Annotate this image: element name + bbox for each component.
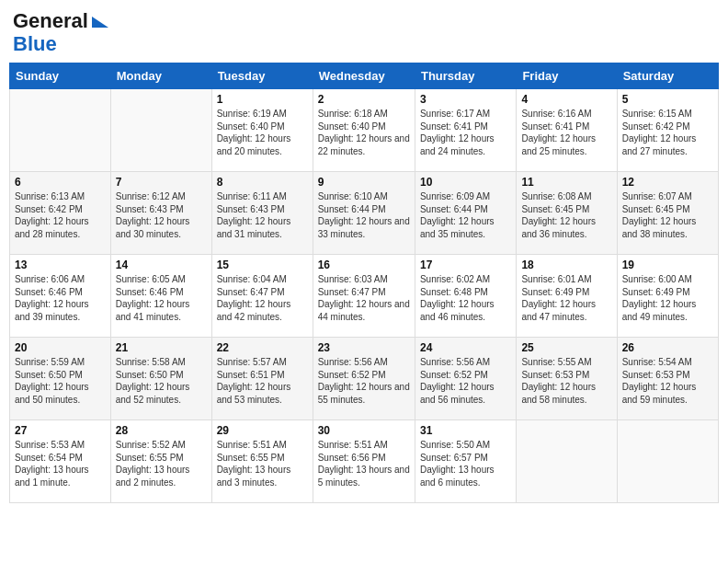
day-number: 3 <box>420 93 511 106</box>
day-number: 5 <box>622 93 713 106</box>
day-number: 30 <box>318 424 410 437</box>
day-number: 24 <box>420 341 511 354</box>
day-info: Sunrise: 5:56 AM Sunset: 6:52 PM Dayligh… <box>318 356 410 406</box>
day-number: 11 <box>521 176 611 189</box>
day-info: Sunrise: 6:04 AM Sunset: 6:47 PM Dayligh… <box>217 273 308 323</box>
day-info: Sunrise: 6:03 AM Sunset: 6:47 PM Dayligh… <box>318 273 410 323</box>
calendar-header-row: SundayMondayTuesdayWednesdayThursdayFrid… <box>10 63 719 89</box>
week-row-5: 27Sunrise: 5:53 AM Sunset: 6:54 PM Dayli… <box>10 420 719 503</box>
calendar-cell: 2Sunrise: 6:18 AM Sunset: 6:40 PM Daylig… <box>313 89 415 172</box>
calendar-cell: 5Sunrise: 6:15 AM Sunset: 6:42 PM Daylig… <box>617 89 718 172</box>
logo-blue: Blue <box>13 33 57 55</box>
calendar-table: SundayMondayTuesdayWednesdayThursdayFrid… <box>9 63 719 503</box>
calendar-cell: 6Sunrise: 6:13 AM Sunset: 6:42 PM Daylig… <box>10 172 111 255</box>
day-info: Sunrise: 5:57 AM Sunset: 6:51 PM Dayligh… <box>217 356 308 406</box>
calendar-cell: 1Sunrise: 6:19 AM Sunset: 6:40 PM Daylig… <box>211 89 313 172</box>
calendar-cell: 9Sunrise: 6:10 AM Sunset: 6:44 PM Daylig… <box>313 172 415 255</box>
day-info: Sunrise: 6:07 AM Sunset: 6:45 PM Dayligh… <box>622 190 713 240</box>
calendar-cell: 27Sunrise: 5:53 AM Sunset: 6:54 PM Dayli… <box>10 420 111 503</box>
day-info: Sunrise: 6:10 AM Sunset: 6:44 PM Dayligh… <box>318 190 410 240</box>
day-number: 2 <box>318 93 410 106</box>
day-info: Sunrise: 6:01 AM Sunset: 6:49 PM Dayligh… <box>521 273 611 323</box>
calendar-cell: 26Sunrise: 5:54 AM Sunset: 6:53 PM Dayli… <box>617 338 718 420</box>
day-info: Sunrise: 5:52 AM Sunset: 6:55 PM Dayligh… <box>116 439 207 488</box>
day-number: 12 <box>622 176 713 189</box>
day-number: 20 <box>15 341 106 354</box>
day-number: 26 <box>622 341 713 354</box>
logo: General Blue <box>13 9 108 55</box>
day-number: 15 <box>217 259 308 271</box>
day-info: Sunrise: 6:19 AM Sunset: 6:40 PM Dayligh… <box>217 108 308 157</box>
day-number: 13 <box>15 259 106 271</box>
day-number: 27 <box>15 424 106 437</box>
calendar-cell: 13Sunrise: 6:06 AM Sunset: 6:46 PM Dayli… <box>10 255 111 338</box>
calendar-cell: 24Sunrise: 5:56 AM Sunset: 6:52 PM Dayli… <box>415 338 516 420</box>
col-header-thursday: Thursday <box>415 63 516 89</box>
day-info: Sunrise: 6:15 AM Sunset: 6:42 PM Dayligh… <box>622 108 713 157</box>
calendar-cell <box>110 89 211 172</box>
day-number: 31 <box>420 424 511 437</box>
day-info: Sunrise: 5:58 AM Sunset: 6:50 PM Dayligh… <box>116 356 207 406</box>
calendar-cell: 20Sunrise: 5:59 AM Sunset: 6:50 PM Dayli… <box>10 338 111 420</box>
logo-arrow-icon <box>92 17 108 28</box>
day-number: 8 <box>217 176 308 189</box>
calendar-cell: 4Sunrise: 6:16 AM Sunset: 6:41 PM Daylig… <box>517 89 617 172</box>
col-header-tuesday: Tuesday <box>211 63 313 89</box>
week-row-1: 1Sunrise: 6:19 AM Sunset: 6:40 PM Daylig… <box>10 89 719 172</box>
calendar-cell: 10Sunrise: 6:09 AM Sunset: 6:44 PM Dayli… <box>415 172 516 255</box>
day-number: 19 <box>622 259 713 271</box>
day-info: Sunrise: 5:50 AM Sunset: 6:57 PM Dayligh… <box>420 439 511 488</box>
calendar-cell: 25Sunrise: 5:55 AM Sunset: 6:53 PM Dayli… <box>517 338 617 420</box>
day-info: Sunrise: 6:00 AM Sunset: 6:49 PM Dayligh… <box>622 273 713 323</box>
day-info: Sunrise: 6:11 AM Sunset: 6:43 PM Dayligh… <box>217 190 308 240</box>
calendar-cell: 19Sunrise: 6:00 AM Sunset: 6:49 PM Dayli… <box>617 255 718 338</box>
week-row-4: 20Sunrise: 5:59 AM Sunset: 6:50 PM Dayli… <box>10 338 719 420</box>
week-row-3: 13Sunrise: 6:06 AM Sunset: 6:46 PM Dayli… <box>10 255 719 338</box>
day-number: 17 <box>420 259 511 271</box>
day-number: 1 <box>217 93 308 106</box>
day-info: Sunrise: 6:18 AM Sunset: 6:40 PM Dayligh… <box>318 108 410 157</box>
calendar-cell: 17Sunrise: 6:02 AM Sunset: 6:48 PM Dayli… <box>415 255 516 338</box>
calendar-cell <box>517 420 617 503</box>
calendar-cell: 31Sunrise: 5:50 AM Sunset: 6:57 PM Dayli… <box>415 420 516 503</box>
day-number: 23 <box>318 341 410 354</box>
day-number: 22 <box>217 341 308 354</box>
day-info: Sunrise: 6:12 AM Sunset: 6:43 PM Dayligh… <box>116 190 207 240</box>
calendar-cell: 12Sunrise: 6:07 AM Sunset: 6:45 PM Dayli… <box>617 172 718 255</box>
day-info: Sunrise: 6:09 AM Sunset: 6:44 PM Dayligh… <box>420 190 511 240</box>
calendar-cell: 28Sunrise: 5:52 AM Sunset: 6:55 PM Dayli… <box>110 420 211 503</box>
calendar-cell: 3Sunrise: 6:17 AM Sunset: 6:41 PM Daylig… <box>415 89 516 172</box>
day-number: 4 <box>521 93 611 106</box>
col-header-friday: Friday <box>517 63 617 89</box>
col-header-saturday: Saturday <box>617 63 718 89</box>
day-info: Sunrise: 5:53 AM Sunset: 6:54 PM Dayligh… <box>15 439 106 488</box>
col-header-sunday: Sunday <box>10 63 111 89</box>
day-info: Sunrise: 6:16 AM Sunset: 6:41 PM Dayligh… <box>521 108 611 157</box>
day-number: 7 <box>116 176 207 189</box>
day-number: 18 <box>521 259 611 271</box>
logo-general: General <box>13 9 88 33</box>
week-row-2: 6Sunrise: 6:13 AM Sunset: 6:42 PM Daylig… <box>10 172 719 255</box>
day-number: 21 <box>116 341 207 354</box>
day-info: Sunrise: 6:13 AM Sunset: 6:42 PM Dayligh… <box>15 190 106 240</box>
day-info: Sunrise: 6:17 AM Sunset: 6:41 PM Dayligh… <box>420 108 511 157</box>
day-info: Sunrise: 6:08 AM Sunset: 6:45 PM Dayligh… <box>521 190 611 240</box>
calendar-cell: 15Sunrise: 6:04 AM Sunset: 6:47 PM Dayli… <box>211 255 313 338</box>
calendar-cell: 7Sunrise: 6:12 AM Sunset: 6:43 PM Daylig… <box>110 172 211 255</box>
col-header-monday: Monday <box>110 63 211 89</box>
calendar-cell: 18Sunrise: 6:01 AM Sunset: 6:49 PM Dayli… <box>517 255 617 338</box>
day-info: Sunrise: 6:05 AM Sunset: 6:46 PM Dayligh… <box>116 273 207 323</box>
day-info: Sunrise: 5:55 AM Sunset: 6:53 PM Dayligh… <box>521 356 611 406</box>
day-info: Sunrise: 5:54 AM Sunset: 6:53 PM Dayligh… <box>622 356 713 406</box>
day-number: 28 <box>116 424 207 437</box>
day-number: 14 <box>116 259 207 271</box>
calendar-cell: 23Sunrise: 5:56 AM Sunset: 6:52 PM Dayli… <box>313 338 415 420</box>
day-number: 16 <box>318 259 410 271</box>
day-info: Sunrise: 5:51 AM Sunset: 6:55 PM Dayligh… <box>217 439 308 488</box>
calendar-cell <box>10 89 111 172</box>
calendar-cell: 21Sunrise: 5:58 AM Sunset: 6:50 PM Dayli… <box>110 338 211 420</box>
calendar-cell: 30Sunrise: 5:51 AM Sunset: 6:56 PM Dayli… <box>313 420 415 503</box>
day-number: 25 <box>521 341 611 354</box>
day-info: Sunrise: 6:06 AM Sunset: 6:46 PM Dayligh… <box>15 273 106 323</box>
page-header: General Blue <box>9 9 719 55</box>
